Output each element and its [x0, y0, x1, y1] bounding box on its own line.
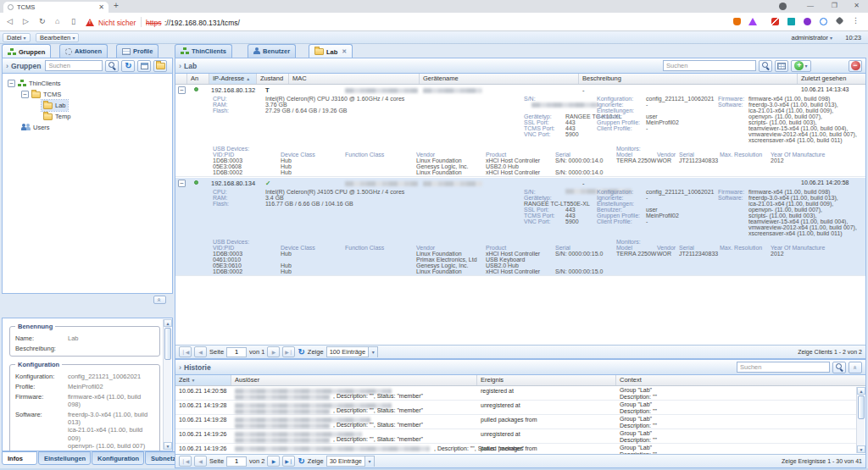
forward-icon[interactable]: ▷ [23, 17, 29, 26]
search-button[interactable] [832, 362, 846, 373]
window-close-button[interactable]: ✕ [854, 2, 860, 10]
table-view-button[interactable] [775, 60, 788, 72]
collapse-node-icon[interactable]: − [21, 91, 29, 98]
panel-collapse-icon[interactable]: › [6, 62, 8, 70]
prev-page-button[interactable]: ◀ [194, 456, 207, 467]
tree-item-users[interactable]: Users [19, 122, 52, 133]
back-icon[interactable]: ◁ [7, 17, 13, 26]
browser-tab[interactable]: TCMS ✕ [3, 2, 108, 13]
expander-column-header[interactable] [175, 74, 187, 84]
column-geraetename[interactable]: Gerätename [420, 74, 579, 84]
tree-item-temp[interactable]: Temp [42, 111, 72, 122]
last-page-button[interactable]: ▶❘ [282, 456, 295, 467]
clients-search-input[interactable] [663, 60, 756, 71]
history-row[interactable]: 10.06.21 14:19:28 , Description: "", Sta… [175, 401, 857, 415]
extensions-pin-icon[interactable] [836, 17, 844, 25]
tab-close-icon[interactable]: ✕ [98, 4, 104, 11]
tab-lab[interactable]: Lab ✕ [309, 44, 353, 58]
tab-close-icon[interactable]: ✕ [342, 48, 347, 55]
first-page-button[interactable]: ❘◀ [179, 346, 192, 357]
panel-collapse-icon[interactable]: › [179, 62, 181, 70]
history-row[interactable]: 10.06.21 14:19:26 , Description: "", Sta… [175, 429, 857, 444]
splitter-collapse-button[interactable]: » [153, 296, 166, 304]
browser-profile-avatar[interactable] [779, 3, 787, 10]
first-page-button[interactable]: ❘◀ [179, 456, 192, 467]
prev-page-button[interactable]: ◀ [194, 346, 207, 357]
tab-benutzer[interactable]: Benutzer [248, 44, 296, 58]
remove-client-button[interactable]: − [849, 60, 862, 72]
search-button[interactable] [105, 60, 119, 72]
tab-profile[interactable]: Profile [116, 44, 159, 58]
scrollbar-thumb[interactable] [164, 328, 171, 360]
reload-icon[interactable]: ↻ [39, 17, 46, 26]
menu-datei[interactable]: Datei ▾ [3, 33, 31, 42]
collapse-row-icon[interactable]: − [178, 86, 186, 94]
page-input[interactable] [226, 456, 247, 467]
page-size-select[interactable]: 100 Einträge▾ [326, 346, 379, 357]
history-search-input[interactable] [737, 362, 830, 373]
column-beschreibung[interactable]: Beschreibung [579, 74, 798, 84]
url-text[interactable]: ://192.168.80.131/tcms/ [164, 19, 240, 27]
purple-extension-icon[interactable] [804, 18, 811, 25]
tree-item-tcms[interactable]: − TCMS [19, 89, 63, 100]
browser-menu-icon[interactable]: ⋮ [852, 16, 860, 25]
next-page-button[interactable]: ▶ [267, 456, 280, 467]
column-zuletzt[interactable]: Zuletzt gesehen [798, 74, 865, 84]
client-row[interactable]: − 192.168.80.134 ✓ - 10.06.21 14:20:58 C… [175, 178, 865, 276]
column-zeit[interactable]: Zeit ▼ [175, 375, 231, 385]
panel-collapse-icon[interactable]: › [179, 363, 181, 372]
add-client-button[interactable]: +▾ [791, 60, 811, 72]
page-input[interactable] [226, 347, 247, 357]
page-size-select[interactable]: 30 Einträge▾ [326, 456, 375, 467]
info-scrollbar[interactable]: ▲ ▼ [163, 319, 171, 450]
last-page-button[interactable]: ▶❘ [282, 346, 295, 357]
column-ip[interactable]: IP-Adresse ▲ [209, 74, 257, 84]
notes-extension-icon[interactable] [787, 18, 795, 25]
triangle-extension-icon[interactable] [748, 18, 757, 25]
refresh-icon[interactable]: ↻ [298, 348, 304, 357]
tree-item-thinclients[interactable]: − ThinClients [6, 78, 63, 89]
add-group-button[interactable] [153, 60, 167, 72]
user-menu[interactable]: administrator ▾ [792, 34, 832, 41]
shield-extension-icon[interactable] [733, 18, 741, 25]
history-row[interactable]: 10.06.21 14:19:28 , Description: "", Sta… [175, 415, 857, 429]
new-tab-button[interactable]: + [114, 1, 119, 10]
search-button[interactable] [759, 60, 772, 72]
tab-infos[interactable]: Infos [2, 451, 37, 465]
refresh-button[interactable]: ↻ [121, 60, 135, 72]
collapse-row-icon[interactable]: − [178, 180, 186, 187]
scrollbar-thumb[interactable] [858, 395, 865, 419]
scroll-up-icon[interactable]: ▲ [857, 387, 865, 395]
refresh-icon[interactable]: ↻ [298, 457, 304, 466]
sidebar-splitter[interactable]: » [2, 296, 173, 305]
history-row[interactable]: 10.06.21 14:20:58 , Description: "", Sta… [175, 386, 857, 401]
tab-einstellungen[interactable]: Einstellungen [38, 451, 91, 465]
column-mac[interactable]: MAC [289, 74, 420, 84]
tab-aktionen[interactable]: Aktionen [59, 44, 108, 58]
column-ausloeser[interactable]: Auslöser [231, 375, 477, 385]
scroll-down-icon[interactable]: ▼ [164, 442, 172, 450]
tree-item-lab[interactable]: Lab [42, 100, 68, 111]
window-maximize-button[interactable]: ❐ [832, 2, 837, 10]
url-scheme[interactable]: https [146, 19, 161, 27]
collapse-all-button[interactable] [137, 60, 151, 72]
security-warning-text[interactable]: Nicht sicher [98, 19, 136, 27]
window-minimize-button[interactable]: — [807, 2, 814, 10]
collapse-node-icon[interactable]: − [8, 80, 15, 87]
phone-extension-icon[interactable] [820, 18, 827, 25]
scroll-up-icon[interactable]: ▲ [164, 319, 172, 327]
client-row[interactable]: − 192.168.80.132 T - 10.06.21 14:13:43 C… [175, 85, 865, 177]
column-ereignis[interactable]: Ereignis [477, 375, 616, 385]
tab-thinclients[interactable]: ThinClients [175, 44, 232, 58]
history-scrollbar[interactable]: ▲ ▼ [856, 387, 865, 453]
home-icon[interactable]: ⌂ [55, 17, 59, 26]
security-warning-icon[interactable]: ! [86, 19, 94, 26]
scroll-down-icon[interactable]: ▼ [857, 445, 865, 453]
column-context[interactable]: Context [616, 375, 857, 385]
groups-search-input[interactable] [45, 60, 103, 71]
tab-konfiguration[interactable]: Konfiguration [92, 451, 144, 465]
blocker-extension-icon[interactable] [771, 18, 779, 25]
column-zustand[interactable]: Zustand [257, 74, 289, 84]
bookmark-icon[interactable]: ▯ [71, 17, 75, 26]
column-an[interactable]: An [187, 74, 209, 84]
